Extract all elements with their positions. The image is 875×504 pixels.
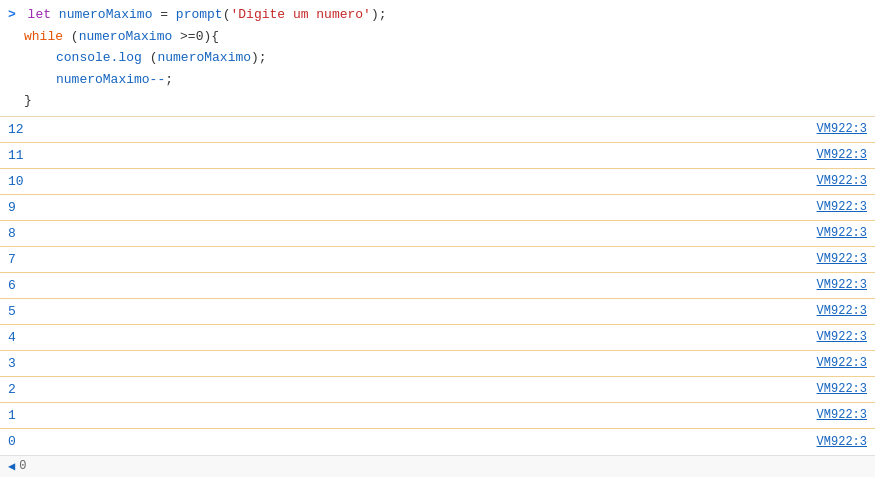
output-value: 7 bbox=[8, 252, 16, 267]
output-value: 0 bbox=[8, 434, 16, 449]
keyword-let: let bbox=[28, 5, 59, 25]
source-link[interactable]: VM922:3 bbox=[817, 382, 867, 396]
source-link[interactable]: VM922:3 bbox=[817, 330, 867, 344]
output-value: 2 bbox=[8, 382, 16, 397]
output-rows: 12VM922:311VM922:310VM922:39VM922:38VM92… bbox=[0, 117, 875, 455]
output-value: 8 bbox=[8, 226, 16, 241]
source-link[interactable]: VM922:3 bbox=[817, 408, 867, 422]
output-value: 9 bbox=[8, 200, 16, 215]
op-assign: = bbox=[152, 5, 175, 25]
output-value: 4 bbox=[8, 330, 16, 345]
paren-close-semi: ); bbox=[371, 5, 387, 25]
paren-open: ( bbox=[223, 5, 231, 25]
output-row: 11VM922:3 bbox=[0, 143, 875, 169]
source-link[interactable]: VM922:3 bbox=[817, 356, 867, 370]
output-value: 11 bbox=[8, 148, 24, 163]
source-link[interactable]: VM922:3 bbox=[817, 148, 867, 162]
paren-open-3: ( bbox=[142, 48, 158, 68]
bottom-bar: ◀ 0 bbox=[0, 455, 875, 477]
fn-prompt: prompt bbox=[176, 5, 223, 25]
string-arg: 'Digite um numero' bbox=[230, 5, 370, 25]
source-link[interactable]: VM922:3 bbox=[817, 278, 867, 292]
output-value: 1 bbox=[8, 408, 16, 423]
var-numeromaxima-2: numeroMaximo bbox=[79, 27, 173, 47]
var-decrement: numeroMaximo-- bbox=[56, 70, 165, 90]
output-value: 6 bbox=[8, 278, 16, 293]
source-link[interactable]: VM922:3 bbox=[817, 226, 867, 240]
console-panel: > let numeroMaximo = prompt ( 'Digite um… bbox=[0, 0, 875, 504]
output-row: 7VM922:3 bbox=[0, 247, 875, 273]
output-row: 4VM922:3 bbox=[0, 325, 875, 351]
brace-close: } bbox=[24, 91, 32, 111]
code-line-2: while ( numeroMaximo >=0){ bbox=[0, 26, 875, 48]
output-row: 1VM922:3 bbox=[0, 403, 875, 429]
prompt-indicator: > bbox=[8, 5, 24, 25]
semi-4: ; bbox=[165, 70, 173, 90]
code-line-3: console.log ( numeroMaximo ); bbox=[0, 47, 875, 69]
source-link[interactable]: VM922:3 bbox=[817, 304, 867, 318]
var-numeromaxima-3: numeroMaximo bbox=[157, 48, 251, 68]
console-log: console.log bbox=[56, 48, 142, 68]
paren-open-2: ( bbox=[63, 27, 79, 47]
var-numeromaxima: numeroMaximo bbox=[59, 5, 153, 25]
output-value: 5 bbox=[8, 304, 16, 319]
output-row: 10VM922:3 bbox=[0, 169, 875, 195]
code-line-1: > let numeroMaximo = prompt ( 'Digite um… bbox=[0, 4, 875, 26]
op-gte: >=0){ bbox=[172, 27, 219, 47]
output-row: 5VM922:3 bbox=[0, 299, 875, 325]
output-row: 6VM922:3 bbox=[0, 273, 875, 299]
output-row: 0VM922:3 bbox=[0, 429, 875, 455]
output-value: 10 bbox=[8, 174, 24, 189]
source-link[interactable]: VM922:3 bbox=[817, 252, 867, 266]
code-block: > let numeroMaximo = prompt ( 'Digite um… bbox=[0, 0, 875, 117]
code-line-4: numeroMaximo-- ; bbox=[0, 69, 875, 91]
source-link[interactable]: VM922:3 bbox=[817, 435, 867, 449]
output-value: 12 bbox=[8, 122, 24, 137]
output-row: 3VM922:3 bbox=[0, 351, 875, 377]
arrow-icon: ◀ bbox=[8, 459, 15, 474]
bottom-value: 0 bbox=[19, 459, 26, 473]
code-line-5: } bbox=[0, 90, 875, 112]
source-link[interactable]: VM922:3 bbox=[817, 200, 867, 214]
source-link[interactable]: VM922:3 bbox=[817, 174, 867, 188]
source-link[interactable]: VM922:3 bbox=[817, 122, 867, 136]
output-row: 9VM922:3 bbox=[0, 195, 875, 221]
keyword-while: while bbox=[24, 27, 63, 47]
output-row: 2VM922:3 bbox=[0, 377, 875, 403]
paren-close-3: ); bbox=[251, 48, 267, 68]
output-row: 12VM922:3 bbox=[0, 117, 875, 143]
output-value: 3 bbox=[8, 356, 16, 371]
output-row: 8VM922:3 bbox=[0, 221, 875, 247]
